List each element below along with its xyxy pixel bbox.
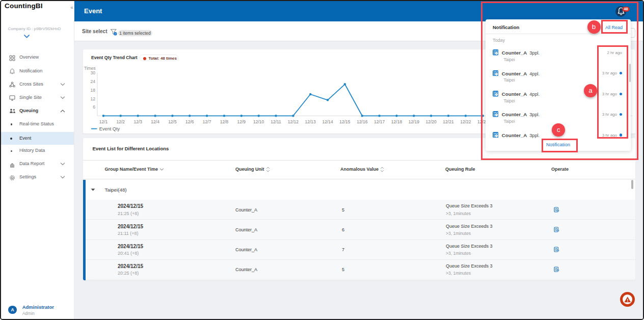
svg-text:12/21: 12/21	[443, 119, 454, 124]
svg-text:12/7: 12/7	[203, 119, 211, 124]
svg-text:12/10: 12/10	[253, 119, 264, 124]
svg-text:6: 6	[93, 104, 95, 110]
svg-text:12/2: 12/2	[117, 119, 125, 124]
svg-text:18: 18	[91, 88, 96, 93]
svg-text:12/9: 12/9	[237, 119, 246, 124]
svg-text:24: 24	[91, 79, 96, 84]
svg-text:12/15: 12/15	[339, 119, 351, 124]
svg-text:12/3: 12/3	[133, 119, 142, 124]
svg-text:12/11: 12/11	[271, 119, 281, 124]
svg-text:12/8: 12/8	[220, 119, 229, 124]
svg-text:12/19: 12/19	[409, 119, 420, 124]
svg-text:12/13: 12/13	[305, 119, 316, 124]
svg-text:12/14: 12/14	[322, 119, 333, 124]
svg-text:30: 30	[91, 70, 96, 75]
svg-text:12/4: 12/4	[151, 119, 159, 124]
svg-text:12/6: 12/6	[185, 119, 194, 124]
svg-text:12/16: 12/16	[357, 119, 368, 124]
svg-text:12/17: 12/17	[374, 119, 385, 124]
svg-text:12/1: 12/1	[99, 119, 108, 124]
svg-text:12/20: 12/20	[425, 119, 437, 124]
svg-text:12/22: 12/22	[460, 119, 471, 124]
svg-text:12/12: 12/12	[288, 119, 299, 124]
svg-text:12/5: 12/5	[168, 119, 177, 124]
svg-text:12/18: 12/18	[391, 119, 403, 124]
svg-text:Event Qty: Event Qty	[99, 126, 120, 131]
svg-text:12: 12	[91, 96, 96, 101]
